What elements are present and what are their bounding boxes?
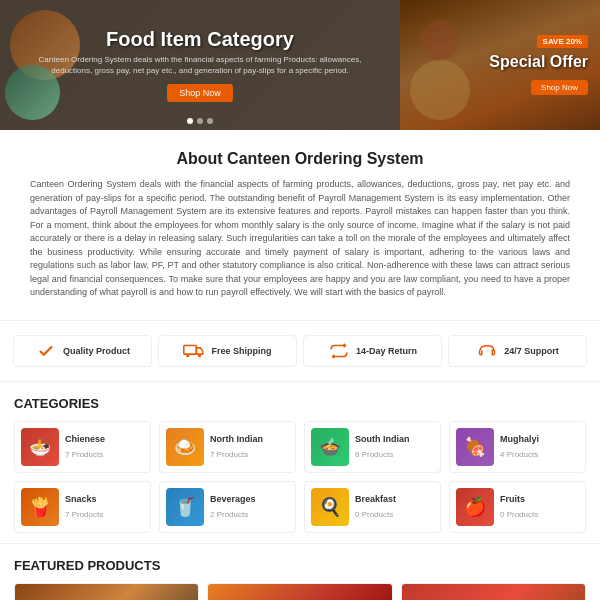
category-emoji: 🍎 (456, 488, 494, 526)
hero-left-banner: Food Item Category Canteen Ordering Syst… (0, 0, 400, 130)
category-item[interactable]: 🍛 North Indian 7 Products (159, 421, 296, 473)
category-emoji: 🍛 (166, 428, 204, 466)
svg-point-2 (198, 354, 201, 357)
feature-shipping: Free Shipping (158, 335, 297, 367)
category-image: 🍟 (21, 488, 59, 526)
category-products: 0 Products (355, 510, 393, 519)
hero-dot-3[interactable] (207, 118, 213, 124)
category-name: Fruits (500, 494, 538, 504)
category-image: 🍜 (21, 428, 59, 466)
hero-section: Food Item Category Canteen Ordering Syst… (0, 0, 600, 130)
feature-support-label: 24/7 Support (504, 346, 559, 356)
category-info: South Indian 8 Products (355, 434, 410, 460)
categories-grid: 🍜 Chienese 7 Products 🍛 North Indian 7 P… (14, 421, 586, 533)
category-name: Beverages (210, 494, 256, 504)
category-products: 4 Products (500, 450, 538, 459)
hero-right-content: SAVE 20% Special Offer Shop Now (400, 0, 600, 130)
about-description: Canteen Ordering System deals with the f… (30, 178, 570, 300)
product-image: 🍲 (402, 584, 585, 601)
category-image: 🍲 (311, 428, 349, 466)
feature-quality: Quality Product (13, 335, 152, 367)
product-card[interactable]: 🍲 (401, 583, 586, 601)
category-image: 🍳 (311, 488, 349, 526)
product-image: 🍜 (208, 584, 391, 601)
featured-title: FEATURED PRODUCTS (14, 558, 586, 573)
category-info: Mughalyi 4 Products (500, 434, 539, 460)
feature-return: 14-Day Return (303, 335, 442, 367)
category-emoji: 🥤 (166, 488, 204, 526)
svg-rect-0 (184, 345, 197, 354)
special-offer-text: Special Offer (489, 52, 588, 71)
category-products: 8 Products (355, 450, 393, 459)
category-name: Breakfast (355, 494, 396, 504)
category-name: South Indian (355, 434, 410, 444)
category-emoji: 🍟 (21, 488, 59, 526)
hero-description: Canteen Ordering System deals with the f… (20, 55, 380, 76)
categories-title: CATEGORIES (14, 396, 586, 411)
product-card[interactable]: 🍜 (207, 583, 392, 601)
category-info: Snacks 7 Products (65, 494, 103, 520)
category-item[interactable]: 🍳 Breakfast 0 Products (304, 481, 441, 533)
category-products: 7 Products (65, 510, 103, 519)
category-products: 7 Products (65, 450, 103, 459)
truck-icon (183, 342, 205, 360)
category-info: Beverages 2 Products (210, 494, 256, 520)
about-title: About Canteen Ordering System (30, 150, 570, 168)
product-image: 🍛 (15, 584, 198, 601)
feature-support: 24/7 Support (448, 335, 587, 367)
category-info: Chienese 7 Products (65, 434, 105, 460)
headset-icon (476, 342, 498, 360)
hero-right-banner: SAVE 20% Special Offer Shop Now (400, 0, 600, 130)
category-item[interactable]: 🥤 Beverages 2 Products (159, 481, 296, 533)
featured-section: FEATURED PRODUCTS 🍛 🍜 🍲 (0, 543, 600, 601)
hero-dots (187, 118, 213, 124)
hero-dot-2[interactable] (197, 118, 203, 124)
category-name: Chienese (65, 434, 105, 444)
about-section: About Canteen Ordering System Canteen Or… (0, 130, 600, 321)
category-name: Mughalyi (500, 434, 539, 444)
category-item[interactable]: 🍜 Chienese 7 Products (14, 421, 151, 473)
category-emoji: 🍜 (21, 428, 59, 466)
category-products: 0 Products (500, 510, 538, 519)
return-icon (328, 342, 350, 360)
hero-shop-button[interactable]: Shop Now (167, 84, 233, 102)
category-info: Breakfast 0 Products (355, 494, 396, 520)
category-image: 🍎 (456, 488, 494, 526)
product-card[interactable]: 🍛 (14, 583, 199, 601)
hero-left-content: Food Item Category Canteen Ordering Syst… (0, 28, 400, 102)
category-emoji: 🍖 (456, 428, 494, 466)
category-products: 2 Products (210, 510, 248, 519)
category-name: North Indian (210, 434, 263, 444)
category-item[interactable]: 🍎 Fruits 0 Products (449, 481, 586, 533)
category-image: 🍛 (166, 428, 204, 466)
svg-point-1 (187, 354, 190, 357)
category-info: Fruits 0 Products (500, 494, 538, 520)
featured-grid: 🍛 🍜 🍲 (14, 583, 586, 601)
save-badge: SAVE 20% (537, 35, 588, 48)
feature-return-label: 14-Day Return (356, 346, 417, 356)
category-image: 🥤 (166, 488, 204, 526)
category-emoji: 🍲 (311, 428, 349, 466)
hero-dot-1[interactable] (187, 118, 193, 124)
category-name: Snacks (65, 494, 103, 504)
hero-title: Food Item Category (20, 28, 380, 51)
category-emoji: 🍳 (311, 488, 349, 526)
category-info: North Indian 7 Products (210, 434, 263, 460)
category-item[interactable]: 🍲 South Indian 8 Products (304, 421, 441, 473)
feature-shipping-label: Free Shipping (211, 346, 271, 356)
hero-right-shop-button[interactable]: Shop Now (531, 80, 588, 95)
checkmark-icon (35, 342, 57, 360)
category-products: 7 Products (210, 450, 248, 459)
feature-quality-label: Quality Product (63, 346, 130, 356)
categories-section: CATEGORIES 🍜 Chienese 7 Products 🍛 North… (0, 382, 600, 543)
category-item[interactable]: 🍟 Snacks 7 Products (14, 481, 151, 533)
category-item[interactable]: 🍖 Mughalyi 4 Products (449, 421, 586, 473)
category-image: 🍖 (456, 428, 494, 466)
features-section: Quality Product Free Shipping 14-Day Ret… (0, 321, 600, 382)
